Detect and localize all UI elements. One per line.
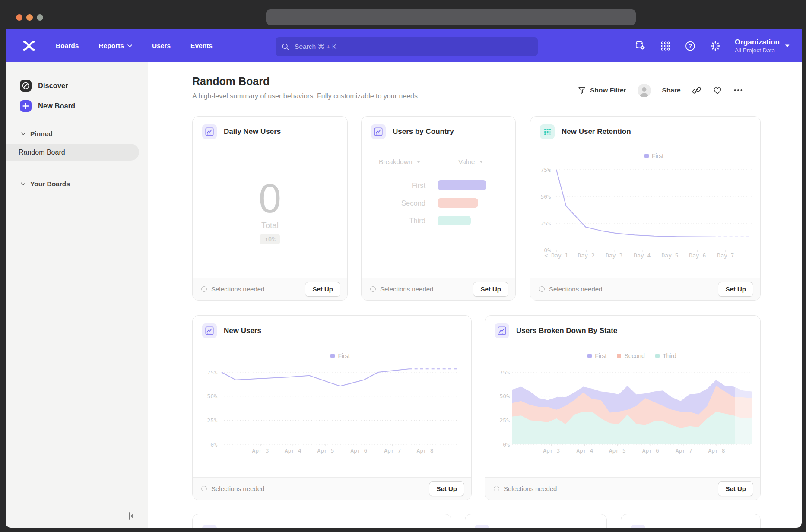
settings-gear-icon[interactable] [710,40,721,51]
search-bar[interactable] [276,37,538,56]
svg-text:25%: 25% [541,220,551,227]
copy-link-icon[interactable] [692,86,701,95]
apps-grid-icon[interactable] [660,40,671,51]
nav-item-users[interactable]: Users [152,42,171,50]
svg-text:25%: 25% [207,417,218,424]
legend-item[interactable]: Third [655,352,676,359]
sidebar: Discover New Board Pinned Random Board Y… [6,62,148,528]
page-subtitle: A high-level summary of user behaviors. … [192,92,419,100]
set-up-button[interactable]: Set Up [718,481,753,496]
card-new-user-retention: New User Retention First 75%50%25%0%< Da… [530,116,761,301]
chart-legend: First [556,152,752,159]
selections-status: Selections needed [370,285,433,293]
status-label: Selections needed [549,285,602,293]
search-input[interactable] [294,42,532,51]
metric-delta-badge: ↑0% [260,234,279,244]
set-up-button[interactable]: Set Up [718,282,753,297]
nav-item-events[interactable]: Events [190,42,213,50]
svg-text:50%: 50% [541,193,551,200]
chart-legend: First [222,352,459,359]
status-circle-icon [201,486,207,491]
data-settings-icon[interactable] [635,40,646,51]
nav-menu: Boards Reports Users Events [56,42,213,50]
card-title: New User Retention [562,127,631,136]
svg-text:Day 6: Day 6 [689,252,706,259]
traffic-light-zoom[interactable] [37,14,43,21]
bar-label: First [412,181,425,190]
traffic-light-minimize[interactable] [26,14,33,21]
traffic-light-close[interactable] [16,14,22,21]
card-header: New User Retention [530,117,760,147]
legend-item[interactable]: First [644,152,663,159]
svg-text:Apr 7: Apr 7 [384,447,401,454]
selections-status: Selections needed [201,485,264,492]
sidebar-item-random-board[interactable]: Random Board [6,144,139,161]
card-daily-new-users: Daily New Users 0 Total ↑0% Selections n… [192,116,348,301]
bar-row: Third [362,216,515,225]
app-window: Boards Reports Users Events [0,0,806,532]
svg-text:Apr 6: Apr 6 [642,447,659,454]
card-active-users: Active Users [621,514,761,528]
svg-text:Apr 7: Apr 7 [676,447,692,454]
avatar[interactable] [638,84,651,97]
svg-text:Day 2: Day 2 [578,252,595,259]
org-project: All Project Data [735,47,780,54]
chevron-down-icon [416,161,421,163]
chevron-down-icon [785,44,790,48]
set-up-button[interactable]: Set Up [473,282,508,297]
sidebar-item-label: New Board [38,102,75,110]
window-url-bar[interactable] [266,10,636,25]
nav-item-reports[interactable]: Reports [98,42,132,50]
card-footer: Selections needed Set Up [362,278,515,300]
line-chart-icon [202,525,217,528]
legend-item[interactable]: First [587,352,606,359]
share-button[interactable]: Share [662,86,681,94]
help-icon[interactable]: ? [685,40,696,51]
plus-icon [20,100,32,112]
breakdown-dropdown[interactable]: Breakdown [379,158,421,166]
sidebar-item-new-board[interactable]: New Board [20,100,75,112]
chevron-down-icon [127,44,132,48]
legend-item[interactable]: First [330,352,349,359]
card-header: Users Broken Down By State [485,316,760,346]
svg-text:Day 5: Day 5 [661,252,678,259]
svg-text:75%: 75% [500,369,510,376]
nav-item-reports-label: Reports [98,42,124,50]
compass-icon [20,80,32,92]
selections-status: Selections needed [494,485,557,492]
card-footer: Selections needed Set Up [193,477,471,500]
card-footer: Selections needed Set Up [193,278,347,300]
card-header: New Users [193,316,471,346]
svg-text:50%: 50% [500,393,510,399]
value-dropdown[interactable]: Value [458,158,483,166]
bar-second [438,198,478,208]
show-filter-button[interactable]: Show Filter [578,86,626,95]
nav-item-boards[interactable]: Boards [56,42,79,50]
svg-text:Day 4: Day 4 [634,252,651,259]
status-circle-icon [201,286,207,292]
selections-status: Selections needed [539,285,602,293]
svg-text:0%: 0% [210,441,217,448]
bar-row: First [362,180,515,190]
set-up-button[interactable]: Set Up [429,481,464,496]
set-up-button[interactable]: Set Up [305,282,340,297]
collapse-sidebar-icon[interactable] [126,510,139,522]
stacked-area-chart: 75%50%25%0%Apr 3Apr 4Apr 5Apr 6Apr 7Apr … [485,346,761,478]
org-project-selector[interactable]: Organization All Project Data [735,38,790,54]
legend-item[interactable]: Second [617,352,644,359]
more-options-icon[interactable] [733,86,743,95]
user-silhouette-icon [638,86,651,97]
status-circle-icon [370,286,376,292]
sidebar-item-discover[interactable]: Discover [20,80,68,92]
status-label: Selections needed [211,485,264,492]
bar-row: Second [362,198,515,208]
metric-body: 0 Total ↑0% [193,147,347,278]
card-header: Active Users [621,514,760,528]
sidebar-section-pinned[interactable]: Pinned [21,130,53,138]
card-header: Daily New Users [193,117,347,147]
svg-text:Apr 4: Apr 4 [576,447,593,454]
favorite-heart-icon[interactable] [713,86,722,95]
sidebar-section-your-boards[interactable]: Your Boards [21,180,70,188]
mixpanel-logo-icon[interactable] [23,40,36,51]
bar-third [438,216,471,225]
